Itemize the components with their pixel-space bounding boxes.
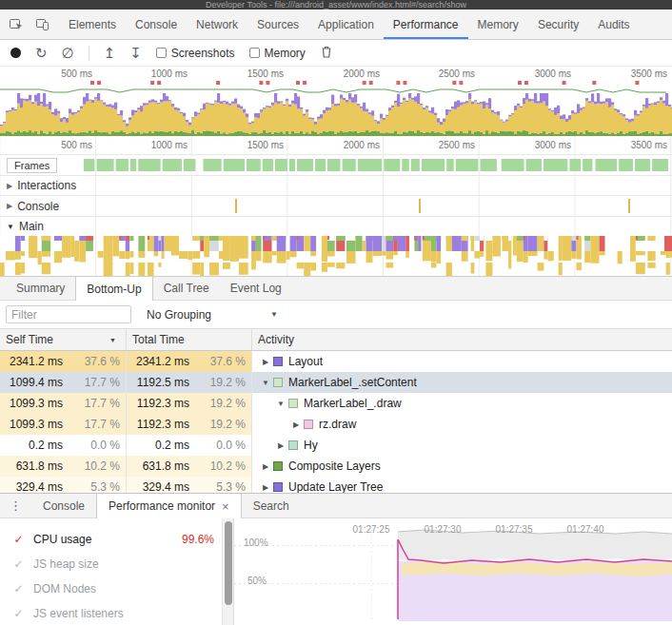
total-time-cell: 1192.3 ms19.2 % xyxy=(127,393,252,414)
devtools-window: Developer Tools - file:///android_asset/… xyxy=(0,0,672,625)
overview-tick: 3000 ms xyxy=(518,68,571,79)
tab-summary[interactable]: Summary xyxy=(6,277,75,300)
total-time-header[interactable]: Total Time xyxy=(127,329,252,350)
timeline-ruler: 500 ms 1000 ms 1500 ms 2000 ms 2500 ms 3… xyxy=(0,136,672,155)
filter-input[interactable] xyxy=(6,305,131,323)
activity-cell: ▼MarkerLabel_.draw xyxy=(252,393,672,414)
dropdown-arrow-icon: ▼ xyxy=(270,310,278,319)
console-track[interactable]: ▶ Console xyxy=(0,196,672,217)
console-track-label: Console xyxy=(17,200,59,213)
activity-header[interactable]: Activity xyxy=(252,329,672,350)
cpu-usage-chart: 01:27:25 01:27:30 01:27:35 01:27:40 100%… xyxy=(233,518,672,625)
console-event-tick xyxy=(628,199,630,213)
record-button[interactable] xyxy=(10,48,21,58)
total-time-cell: 1192.5 ms19.2 % xyxy=(127,372,252,393)
reload-and-record-icon[interactable]: ↻ xyxy=(35,46,48,60)
sort-desc-icon: ▼ xyxy=(109,337,116,343)
frames-track-label: Frames xyxy=(7,158,57,173)
expand-triangle-icon[interactable]: ▼ xyxy=(7,223,14,231)
check-icon: ✓ xyxy=(12,533,25,546)
tab-call-tree[interactable]: Call Tree xyxy=(153,277,220,300)
monitor-scrollbar[interactable] xyxy=(222,518,233,625)
category-swatch xyxy=(273,357,283,366)
tab-security[interactable]: Security xyxy=(528,10,588,39)
metric-cpu-usage[interactable]: ✓ CPU usage 99.6% xyxy=(0,527,222,552)
metric-js-event-listeners[interactable]: ✓ JS event listeners xyxy=(0,601,222,625)
tab-sources[interactable]: Sources xyxy=(247,10,308,39)
save-profile-icon[interactable]: ↧ xyxy=(129,46,142,60)
table-row[interactable]: 329.4 ms5.3 % 329.4 ms5.3 % ▶Update Laye… xyxy=(0,477,672,493)
disclosure-triangle[interactable]: ▶ xyxy=(260,358,271,366)
tab-bottom-up[interactable]: Bottom-Up xyxy=(75,277,152,301)
drawer: ⋮ Console Performance monitor × Search ✓… xyxy=(0,493,672,625)
drawer-tab-search[interactable]: Search xyxy=(242,494,301,518)
tab-audits[interactable]: Audits xyxy=(588,10,639,39)
total-time-cell: 631.8 ms10.2 % xyxy=(127,456,252,477)
window-title: Developer Tools - file:///android_asset/… xyxy=(206,0,466,10)
activity-cell: ▶Update Layer Tree xyxy=(252,477,672,493)
metric-js-heap-size[interactable]: ✓ JS heap size xyxy=(0,552,222,576)
garbage-collect-icon[interactable] xyxy=(320,45,333,62)
window-titlebar: Developer Tools - file:///android_asset/… xyxy=(0,0,672,10)
activity-indent xyxy=(256,424,290,425)
table-row[interactable]: 1099.3 ms17.7 % 1192.3 ms19.2 % ▶rz.draw xyxy=(0,414,672,435)
disclosure-triangle[interactable]: ▼ xyxy=(275,400,287,408)
interactions-track[interactable]: ▶ Interactions xyxy=(0,176,672,196)
disclosure-triangle[interactable]: ▼ xyxy=(260,379,271,387)
main-track-header[interactable]: ▼ Main xyxy=(0,217,672,236)
total-time-cell: 0.2 ms0.0 % xyxy=(127,435,252,456)
category-swatch xyxy=(273,482,283,492)
disclosure-triangle[interactable]: ▶ xyxy=(275,441,287,450)
load-profile-icon[interactable]: ↥ xyxy=(104,46,116,60)
activity-indent xyxy=(256,445,275,446)
inspect-element-icon[interactable] xyxy=(9,17,24,32)
memory-label: Memory xyxy=(265,47,306,60)
disclosure-triangle[interactable]: ▶ xyxy=(260,483,271,492)
device-toolbar-icon[interactable] xyxy=(35,17,50,32)
main-track-label: Main xyxy=(19,220,44,233)
cpu-usage-value: 99.6% xyxy=(182,533,214,546)
metric-dom-nodes[interactable]: ✓ DOM Nodes xyxy=(0,576,222,601)
scrollbar-thumb[interactable] xyxy=(225,521,232,605)
toolbar-divider xyxy=(89,46,89,61)
drawer-tab-console[interactable]: Console xyxy=(31,494,96,518)
disclosure-triangle[interactable]: ▶ xyxy=(260,462,271,471)
memory-checkbox[interactable] xyxy=(249,48,260,58)
main-flame-chart[interactable] xyxy=(0,236,672,276)
tab-network[interactable]: Network xyxy=(187,10,247,39)
collapse-triangle-icon[interactable]: ▶ xyxy=(7,202,12,210)
screenshots-checkbox[interactable] xyxy=(156,48,167,58)
table-row[interactable]: 1099.3 ms17.7 % 1192.3 ms19.2 % ▼MarkerL… xyxy=(0,393,672,414)
memory-toggle[interactable]: Memory xyxy=(249,47,306,60)
close-tab-icon[interactable]: × xyxy=(222,500,229,513)
tab-elements[interactable]: Elements xyxy=(59,10,126,39)
table-row[interactable]: 0.2 ms0.0 % 0.2 ms0.0 % ▶Hy xyxy=(0,435,672,456)
screenshots-toggle[interactable]: Screenshots xyxy=(156,47,235,60)
table-row[interactable]: 631.8 ms10.2 % 631.8 ms10.2 % ▶Composite… xyxy=(0,456,672,477)
drawer-tab-performance-monitor[interactable]: Performance monitor × xyxy=(96,494,242,518)
clear-recording-icon[interactable]: ∅ xyxy=(62,46,74,60)
category-swatch xyxy=(288,399,298,408)
tab-performance[interactable]: Performance xyxy=(384,10,468,39)
collapse-triangle-icon[interactable]: ▶ xyxy=(7,182,12,190)
tab-event-log[interactable]: Event Log xyxy=(220,277,292,300)
activity-cell: ▶rz.draw xyxy=(252,414,672,435)
grouping-select[interactable]: No Grouping ▼ xyxy=(143,306,282,323)
details-panel: Summary Bottom-Up Call Tree Event Log No… xyxy=(0,276,672,493)
self-time-cell: 0.2 ms0.0 % xyxy=(0,435,127,456)
cpu-overview-chart[interactable] xyxy=(0,93,672,136)
frames-track[interactable]: Frames xyxy=(0,155,672,176)
check-icon: ✓ xyxy=(12,557,25,571)
tab-application[interactable]: Application xyxy=(308,10,384,39)
table-row[interactable]: 2341.2 ms37.6 % 2341.2 ms37.6 % ▶Layout xyxy=(0,351,672,372)
tab-memory[interactable]: Memory xyxy=(468,10,528,39)
check-icon: ✓ xyxy=(12,607,25,620)
timeline-overview[interactable]: 500 ms 1000 ms 1500 ms 2000 ms 2500 ms 3… xyxy=(0,67,672,136)
disclosure-triangle[interactable]: ▶ xyxy=(290,420,302,429)
self-time-header[interactable]: Self Time ▼ xyxy=(0,329,127,350)
drawer-menu-icon[interactable]: ⋮ xyxy=(0,494,31,518)
category-swatch xyxy=(273,461,283,471)
table-row[interactable]: 1099.4 ms17.7 % 1192.5 ms19.2 % ▼MarkerL… xyxy=(0,372,672,393)
tab-console[interactable]: Console xyxy=(126,10,187,39)
timeline-tracks[interactable]: 500 ms 1000 ms 1500 ms 2000 ms 2500 ms 3… xyxy=(0,136,672,276)
